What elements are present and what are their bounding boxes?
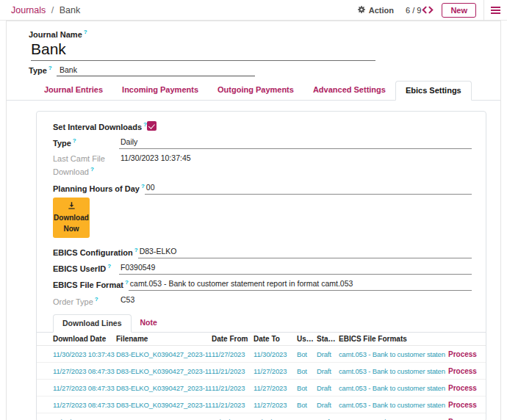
set-interval-label-text: Set Interval Downloads xyxy=(53,123,142,131)
inner-notebook-tabs: Download Lines Note xyxy=(37,314,486,333)
cell-download-date: 11/27/2023 08:47:33 xyxy=(53,363,116,379)
control-panel: Journals / Bank Action 6 / 9 New xyxy=(0,0,507,21)
ebics-userid-label-text: EBICS UserID xyxy=(53,264,106,273)
last-camt-label: Last Camt File Download? xyxy=(53,151,119,178)
cell-user: Bot xyxy=(297,363,317,379)
tab-advanced-settings[interactable]: Advanced Settings xyxy=(303,81,395,100)
cell-date-to: 11/27/2023 xyxy=(254,397,297,413)
interval-type-label: Type? xyxy=(53,135,119,148)
set-interval-checkbox[interactable] xyxy=(147,121,157,131)
new-button[interactable]: New xyxy=(442,3,476,18)
cell-ebics-file-format: camt.053 - Bank to customer staten xyxy=(339,413,448,420)
ebics-file-format-label-text: EBICS File Format xyxy=(53,280,123,289)
pager-count[interactable]: 6 / 9 xyxy=(406,6,421,15)
cell-ebics-file-format: camt.053 - Bank to customer staten xyxy=(339,363,448,379)
cell-date-to: 11/27/2023 xyxy=(254,413,297,420)
pager-previous-button[interactable] xyxy=(421,6,428,14)
breadcrumb-journals-link[interactable]: Journals xyxy=(11,5,46,15)
cell-date-from: 11/21/2023 xyxy=(212,413,254,420)
journal-name-input[interactable]: Bank xyxy=(31,40,375,61)
process-button[interactable]: Process xyxy=(448,397,486,413)
breadcrumb-current: Bank xyxy=(60,5,81,15)
help-icon: ? xyxy=(107,263,111,269)
cell-date-from: 11/21/2023 xyxy=(212,363,254,379)
breadcrumb: Journals / Bank xyxy=(11,5,80,15)
pager-next-button[interactable] xyxy=(428,6,434,14)
breadcrumb-separator: / xyxy=(51,5,54,15)
cell-download-date: 11/27/2023 08:47:33 xyxy=(53,413,116,420)
help-icon: ? xyxy=(95,296,98,303)
download-now-button[interactable]: Download Now xyxy=(53,198,90,239)
col-header-date-from[interactable]: Date From xyxy=(212,333,254,345)
col-header-process xyxy=(448,333,486,345)
download-icon xyxy=(67,201,76,213)
last-camt-label-text: Last Camt File Download xyxy=(53,154,105,176)
order-type-value: C53 xyxy=(119,293,472,307)
col-header-state[interactable]: Sta… xyxy=(317,333,339,345)
cell-state: Draft xyxy=(317,397,339,413)
col-header-ebics-file-formats[interactable]: EBICS File Formats xyxy=(339,333,448,345)
cell-ebics-file-format: camt.053 - Bank to customer staten xyxy=(339,346,448,362)
journal-type-input[interactable]: Bank xyxy=(57,65,255,76)
tab-outgoing-payments[interactable]: Outgoing Payments xyxy=(208,81,303,100)
cell-state: Draft xyxy=(317,363,339,379)
set-interval-label: Set Interval Downloads? xyxy=(53,119,147,131)
table-row[interactable]: 11/27/2023 08:47:33 D83-ELKO_K0390427_20… xyxy=(37,413,486,420)
cell-ebics-file-format: camt.053 - Bank to customer staten xyxy=(339,397,448,413)
interval-type-label-text: Type xyxy=(53,139,71,148)
field-order-type: Order Type? C53 xyxy=(53,293,486,308)
cell-date-from: 11/21/2023 xyxy=(212,380,254,396)
ebics-file-format-label: EBICS File Format? xyxy=(53,277,129,289)
ebics-userid-input[interactable]: F0390549 xyxy=(119,261,472,275)
cell-filename: D83-ELKO_K0390427_2023-11-27_C xyxy=(116,413,212,420)
process-button[interactable]: Process xyxy=(448,363,486,379)
table-row[interactable]: 11/27/2023 08:47:33 D83-ELKO_K0390427_20… xyxy=(37,363,486,380)
tab-journal-entries[interactable]: Journal Entries xyxy=(35,81,112,100)
cell-date-to: 11/30/2023 xyxy=(254,346,297,362)
help-icon: ? xyxy=(48,65,52,71)
planning-hours-input[interactable]: 00 xyxy=(145,181,472,195)
journal-type-group: Type? Bank xyxy=(29,65,500,77)
table-header-row: Download Date Filename Date From Date To… xyxy=(37,333,486,346)
tab-download-lines[interactable]: Download Lines xyxy=(53,314,132,333)
cell-state: Draft xyxy=(317,380,339,396)
table-row[interactable]: 11/30/2023 10:37:43 D83-ELKO_K0390427_20… xyxy=(37,346,486,363)
field-last-camt-download: Last Camt File Download? 11/30/2023 10:3… xyxy=(53,151,486,178)
field-ebics-configuration: EBICS Configuration? D83-ELKO xyxy=(53,245,486,258)
order-type-label: Order Type? xyxy=(53,293,119,308)
order-type-label-text: Order Type xyxy=(53,297,93,306)
ebics-file-format-input[interactable]: camt.053 - Bank to customer statement re… xyxy=(129,277,472,291)
table-row[interactable]: 11/27/2023 08:47:33 D83-ELKO_K0390427_20… xyxy=(37,380,486,397)
cell-filename: D83-ELKO_K0390427_2023-11-30_C xyxy=(116,346,212,362)
form-sheet: Journal Name? Bank Type? Bank Journal En… xyxy=(6,21,501,420)
process-button[interactable]: Process xyxy=(448,380,486,396)
cell-user: Bot xyxy=(297,380,317,396)
cell-filename: D83-ELKO_K0390427_2023-11-27_C xyxy=(116,380,212,396)
cell-user: Bot xyxy=(297,397,317,413)
cell-filename: D83-ELKO_K0390427_2023-11-27_C xyxy=(116,363,212,379)
control-panel-right: Action 6 / 9 New xyxy=(357,0,507,21)
interval-type-input[interactable]: Daily xyxy=(119,135,472,149)
tab-incoming-payments[interactable]: Incoming Payments xyxy=(112,81,208,100)
cell-download-date: 11/30/2023 10:37:43 xyxy=(53,346,116,362)
col-header-date-to[interactable]: Date To xyxy=(254,333,297,345)
col-header-user[interactable]: Us… xyxy=(297,333,317,345)
field-ebics-file-format: EBICS File Format? camt.053 - Bank to cu… xyxy=(53,277,486,291)
cell-filename: D83-ELKO_K0390427_2023-11-27_C xyxy=(116,397,212,413)
cell-ebics-file-format: camt.053 - Bank to customer staten xyxy=(339,380,448,396)
process-button[interactable]: Process xyxy=(448,413,486,420)
cell-user: Bot xyxy=(297,346,317,362)
cell-user: Bot xyxy=(297,413,317,420)
table-row[interactable]: 11/27/2023 08:47:33 D83-ELKO_K0390427_20… xyxy=(37,397,486,413)
action-menu-button[interactable]: Action xyxy=(357,5,394,15)
process-button[interactable]: Process xyxy=(448,346,486,362)
sidebar-toggle-button[interactable] xyxy=(483,0,507,21)
tab-note[interactable]: Note xyxy=(132,314,166,332)
ebics-configuration-input[interactable]: D83-ELKO xyxy=(138,245,472,258)
journal-name-label: Journal Name? xyxy=(29,29,500,39)
col-header-filename[interactable]: Filename xyxy=(116,333,212,345)
col-header-download-date[interactable]: Download Date xyxy=(53,333,116,345)
tab-ebics-settings[interactable]: Ebics Settings xyxy=(395,81,472,101)
cell-download-date: 11/27/2023 08:47:33 xyxy=(53,397,116,413)
journal-name-label-text: Journal Name xyxy=(29,30,82,39)
